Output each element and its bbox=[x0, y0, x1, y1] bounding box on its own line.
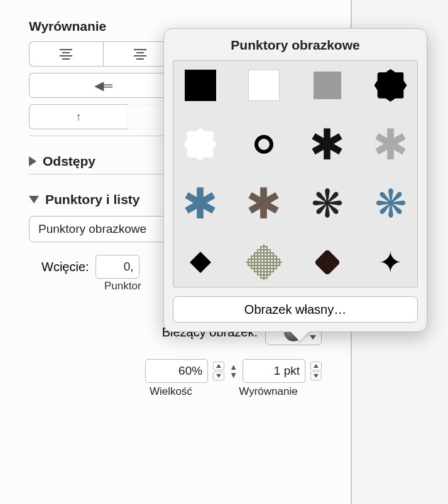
bullet-diamond-brown[interactable] bbox=[310, 245, 344, 279]
indent-bullet-label: Punktor bbox=[104, 280, 141, 292]
bullet-star-4pt[interactable] bbox=[374, 245, 408, 279]
caret-down-icon bbox=[310, 335, 316, 340]
align-sublabel: Wyrównanie bbox=[215, 385, 322, 398]
align-left-button[interactable] bbox=[29, 41, 103, 67]
align-left-icon bbox=[60, 49, 72, 60]
popover-tail-icon bbox=[290, 331, 310, 341]
image-bullets-popover: Punktory obrazkowe Obrazek własny… bbox=[163, 28, 427, 332]
bullet-burst-brown[interactable] bbox=[247, 186, 281, 220]
bullet-pinwheel-blue[interactable] bbox=[374, 186, 408, 220]
v-align-swap-icon: ▲▼ bbox=[229, 363, 238, 379]
chevron-down-icon bbox=[29, 196, 39, 203]
indent-label: Wcięcie: bbox=[41, 260, 89, 274]
spacing-title: Odstępy bbox=[43, 154, 96, 169]
bullet-square-gray[interactable] bbox=[310, 68, 344, 102]
outdent-icon: ◀═ bbox=[94, 78, 112, 93]
bullet-blob-white[interactable] bbox=[183, 127, 217, 161]
chevron-right-icon bbox=[29, 156, 36, 166]
align-center-icon bbox=[134, 49, 146, 60]
indent-bullet-input[interactable]: 0, bbox=[96, 255, 139, 279]
bullet-burst-black[interactable] bbox=[310, 127, 344, 161]
size-step-up[interactable] bbox=[213, 362, 224, 370]
bullet-pinwheel-black[interactable] bbox=[310, 186, 344, 220]
custom-image-button[interactable]: Obrazek własny… bbox=[173, 296, 418, 323]
bullet-type-value: Punktory obrazkowe bbox=[38, 222, 146, 236]
bullet-square-black[interactable] bbox=[183, 68, 217, 102]
bullet-square-white[interactable] bbox=[247, 68, 281, 102]
bullets-title: Punktory i listy bbox=[45, 192, 140, 207]
align-input[interactable]: 1 pkt bbox=[243, 359, 305, 383]
valign-top-button[interactable]: ↑ bbox=[29, 104, 128, 129]
size-sublabel: Wielkość bbox=[127, 385, 215, 398]
bullet-blob-black[interactable] bbox=[374, 68, 408, 102]
bullet-scribble[interactable] bbox=[247, 245, 281, 279]
align-step-down[interactable] bbox=[310, 372, 322, 380]
bullet-burst-gray[interactable] bbox=[374, 127, 408, 161]
valign-top-icon: ↑ bbox=[76, 110, 82, 124]
triangle-down-icon bbox=[314, 374, 319, 378]
bullet-ring[interactable] bbox=[247, 127, 281, 161]
bullet-grid bbox=[173, 60, 418, 287]
size-input[interactable]: 60% bbox=[145, 359, 208, 383]
bullet-burst-blue[interactable] bbox=[183, 186, 217, 220]
bullet-diamond-small[interactable] bbox=[183, 245, 217, 279]
align-step-up[interactable] bbox=[310, 362, 322, 370]
triangle-down-icon bbox=[216, 374, 221, 378]
triangle-up-icon bbox=[216, 364, 221, 368]
popover-title: Punktory obrazkowe bbox=[173, 38, 418, 53]
triangle-up-icon bbox=[314, 364, 319, 368]
outdent-button[interactable]: ◀═ bbox=[29, 73, 177, 98]
size-step-down[interactable] bbox=[213, 372, 224, 380]
